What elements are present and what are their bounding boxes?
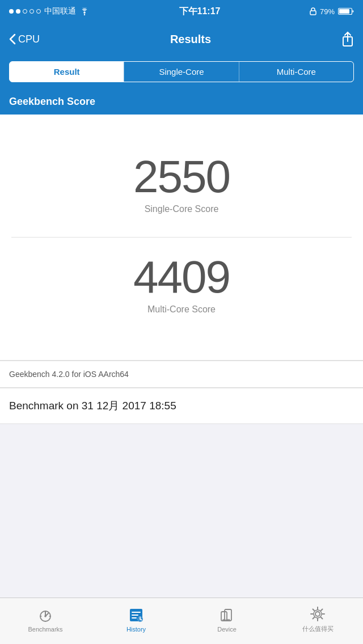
history-label: History [126,626,146,633]
status-time: 下午11:17 [179,6,221,18]
svg-point-0 [84,14,85,15]
carrier-label: 中国联通 [44,6,76,16]
signal-dots [9,9,41,14]
section-header-label: Geekbench Score [9,96,95,107]
benchmarks-label: Benchmarks [28,626,62,633]
bottom-tab-bar: Benchmarks History [0,598,363,644]
info-bar: Geekbench 4.2.0 for iOS AArch64 [0,361,363,388]
svg-rect-1 [310,11,316,15]
tab-history[interactable]: History [91,607,182,636]
single-core-score-value: 2550 [11,154,352,200]
dot-3 [23,9,27,14]
main-content: 2550 Single-Core Score 4409 Multi-Core S… [0,115,363,360]
back-button[interactable]: CPU [9,33,40,45]
dot-5 [36,9,41,14]
multi-core-score-value: 4409 [11,255,352,300]
info-bar-text: Geekbench 4.2.0 for iOS AArch64 [9,370,129,379]
lock-icon [310,7,316,15]
device-icon [218,607,235,624]
tab-result[interactable]: Result [10,62,124,82]
benchmark-date-section: Benchmark on 31 12月 2017 18:55 [0,388,363,424]
nav-bar: CPU Results [0,23,363,56]
history-icon [128,607,145,624]
single-core-score-block: 2550 Single-Core Score [11,137,352,237]
top-tab-bar: Result Single-Core Multi-Core [0,56,363,90]
tab-single-core[interactable]: Single-Core [124,62,238,82]
section-header: Geekbench Score [0,90,363,115]
status-bar: 中国联通 下午11:17 79% [0,0,363,23]
svg-rect-18 [225,609,231,621]
wifi-icon [79,7,90,15]
svg-point-23 [314,610,322,618]
tab-group: Result Single-Core Multi-Core [9,61,354,82]
dot-1 [9,9,14,14]
dot-4 [29,9,34,14]
nav-title: Results [170,33,211,46]
tab-benchmarks[interactable]: Benchmarks [0,607,91,636]
svg-point-22 [315,612,320,616]
tab-multi-core[interactable]: Multi-Core [239,62,353,82]
single-core-score-label: Single-Core Score [11,204,352,214]
svg-rect-3 [339,9,349,14]
chevron-left-icon [9,33,16,45]
svg-point-17 [140,618,141,620]
status-right: 79% [310,7,354,16]
tab-device[interactable]: Device [182,607,272,636]
tab-settings[interactable]: 什么值得买 [272,605,363,637]
back-label: CPU [18,33,40,45]
battery-percent: 79% [320,7,335,16]
multi-core-score-label: Multi-Core Score [11,304,352,315]
status-left: 中国联通 [9,6,90,16]
settings-icon [309,605,326,622]
share-icon [341,31,354,47]
share-button[interactable] [341,31,354,47]
settings-label: 什么值得买 [302,625,334,633]
battery-icon [338,7,354,15]
dot-2 [16,9,20,14]
multi-core-score-block: 4409 Multi-Core Score [11,238,352,337]
benchmarks-icon [37,607,54,624]
device-label: Device [217,626,237,633]
bottom-spacer [0,424,363,475]
svg-point-6 [44,615,47,617]
benchmark-date-text: Benchmark on 31 12月 2017 18:55 [9,400,176,412]
